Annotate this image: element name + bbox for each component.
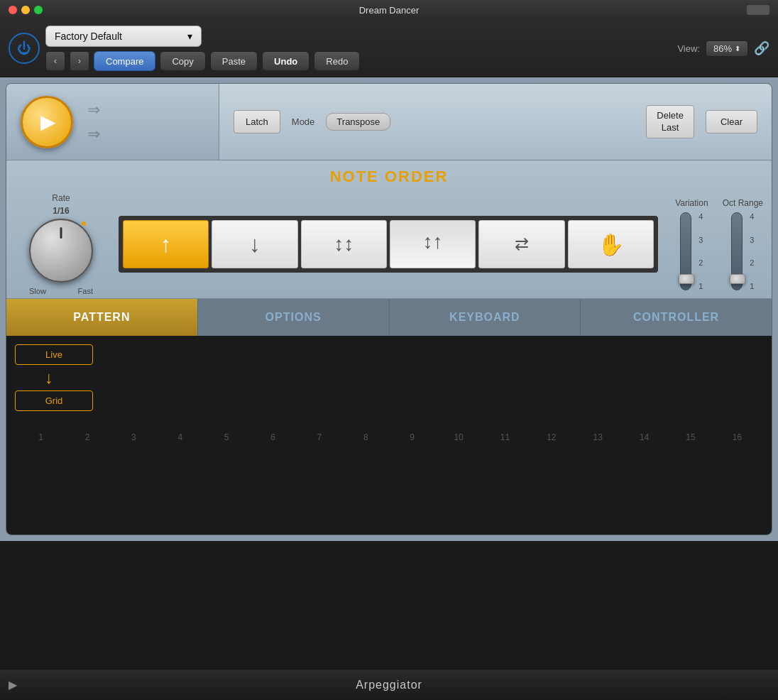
undo-button[interactable]: Undo <box>262 51 309 71</box>
mode-select[interactable]: Transpose <box>326 113 390 131</box>
arrow-down-icon: ↓ <box>15 369 763 386</box>
traffic-lights <box>9 6 43 14</box>
grid-num-3: 3 <box>111 432 157 442</box>
note-btn-random[interactable]: ⇄ <box>478 220 564 268</box>
variation-slider-thumb[interactable] <box>679 274 694 284</box>
grid-num-7: 7 <box>296 432 342 442</box>
oct-range-slider-group: Oct Range 4 3 2 1 <box>723 198 763 290</box>
minimize-button[interactable] <box>21 6 30 14</box>
window-title: Dream Dancer <box>359 5 420 16</box>
oct-range-scale-3: 3 <box>750 236 754 244</box>
oct-range-slider-thumb[interactable] <box>730 274 745 284</box>
rate-value: 1/16 <box>53 206 69 216</box>
toolbar: ⏻ Factory Default ▾ ‹ › Compare Copy Pas… <box>0 20 778 77</box>
note-order-section: NOTE ORDER Rate 1/16 Slow Fast <box>6 160 772 299</box>
route-icon-bottom: ⇒ <box>87 125 100 143</box>
maximize-button[interactable] <box>34 6 43 14</box>
delete-last-button[interactable]: DeleteLast <box>646 105 694 139</box>
bottom-play-icon[interactable]: ▶ <box>9 678 17 691</box>
route-icons: ⇒ ⇒ <box>87 101 100 143</box>
grid-num-8: 8 <box>343 432 389 442</box>
nav-back-button[interactable]: ‹ <box>45 51 65 71</box>
bottom-bar: ▶ Arpeggiator <box>0 669 778 700</box>
slow-fast-labels: Slow Fast <box>29 287 93 295</box>
bottom-title: Arpeggiator <box>356 679 422 691</box>
view-percent[interactable]: 86% ⬍ <box>706 40 748 57</box>
variation-label: Variation <box>675 198 708 208</box>
preset-name: Factory Default <box>55 31 122 42</box>
pattern-controls: Live ↓ Grid <box>15 344 763 411</box>
grid-num-9: 9 <box>389 432 435 442</box>
latch-button[interactable]: Latch <box>234 110 280 133</box>
nav-forward-button[interactable]: › <box>70 51 89 71</box>
sliders-section: Variation 4 3 2 1 <box>675 198 763 290</box>
grid-num-11: 11 <box>482 432 528 442</box>
play-icon: ▶ <box>40 110 56 133</box>
grid-button[interactable]: Grid <box>15 390 93 411</box>
tab-controller[interactable]: CONTROLLER <box>581 299 772 336</box>
redo-button[interactable]: Redo <box>314 51 360 71</box>
note-order-title: NOTE ORDER <box>6 168 772 186</box>
link-icon[interactable]: 🔗 <box>754 40 769 56</box>
variation-slider-wrapper: 4 3 2 1 <box>680 212 703 290</box>
stepper-icon: ⬍ <box>735 45 740 53</box>
variation-scale-4: 4 <box>698 212 703 221</box>
copy-button[interactable]: Copy <box>160 51 205 71</box>
grid-numbers: 1 2 3 4 5 6 7 8 9 10 11 12 13 14 15 16 <box>15 432 763 442</box>
grid-num-14: 14 <box>621 432 667 442</box>
clear-button[interactable]: Clear <box>706 110 757 133</box>
grid-num-15: 15 <box>667 432 713 442</box>
oct-range-slider-track[interactable] <box>731 212 743 290</box>
mode-label: Mode <box>292 116 315 127</box>
fast-label: Fast <box>78 287 93 295</box>
chevron-down-icon: ▾ <box>187 31 192 42</box>
tabs-row: PATTERN OPTIONS KEYBOARD CONTROLLER <box>6 299 772 336</box>
note-order-buttons: ↑ ↓ ↕↕ ↕↓ ⇄ ✋ <box>119 216 658 273</box>
variation-slider-group: Variation 4 3 2 1 <box>675 198 708 290</box>
rate-section: Rate 1/16 Slow Fast <box>15 193 107 295</box>
note-btn-up[interactable]: ↑ <box>123 220 209 268</box>
oct-range-scale: 4 3 2 1 <box>750 212 754 290</box>
power-icon: ⏻ <box>17 41 31 55</box>
tab-keyboard[interactable]: KEYBOARD <box>390 299 581 336</box>
route-icon-top: ⇒ <box>87 101 100 119</box>
play-button[interactable]: ▶ <box>21 96 73 148</box>
title-bar: Dream Dancer <box>0 0 778 20</box>
oct-range-scale-4: 4 <box>750 212 754 221</box>
note-btn-updown[interactable]: ↕↕ <box>301 220 387 268</box>
note-btn-down[interactable]: ↓ <box>212 220 297 268</box>
note-btn-manual[interactable]: ✋ <box>568 220 654 268</box>
grid-num-13: 13 <box>575 432 621 442</box>
preset-dropdown[interactable]: Factory Default ▾ <box>45 26 202 47</box>
grid-num-5: 5 <box>204 432 250 442</box>
close-button[interactable] <box>9 6 17 14</box>
tab-pattern[interactable]: PATTERN <box>6 299 198 336</box>
top-panel: ▶ ⇒ ⇒ Latch Mode Transpose DeleteLast Cl… <box>6 84 772 160</box>
rate-knob[interactable] <box>29 219 93 283</box>
main-container: ▶ ⇒ ⇒ Latch Mode Transpose DeleteLast Cl… <box>0 77 778 541</box>
live-button[interactable]: Live <box>15 344 93 365</box>
oct-range-label: Oct Range <box>723 198 763 208</box>
paste-button[interactable]: Paste <box>210 51 258 71</box>
tab-options[interactable]: OPTIONS <box>198 299 390 336</box>
compare-button[interactable]: Compare <box>94 51 155 71</box>
variation-scale-3: 3 <box>698 236 703 244</box>
pattern-section: Live ↓ Grid 1 2 3 4 5 6 7 8 9 10 11 12 1… <box>6 336 772 535</box>
variation-scale-2: 2 <box>698 258 703 267</box>
grid-num-16: 16 <box>714 432 760 442</box>
grid-num-12: 12 <box>528 432 574 442</box>
view-label: View: <box>677 43 700 54</box>
variation-scale-1: 1 <box>698 282 703 290</box>
oct-range-scale-2: 2 <box>750 258 754 267</box>
window-right-control <box>747 5 769 15</box>
play-section: ▶ ⇒ ⇒ <box>6 84 219 160</box>
rate-label: Rate <box>52 193 70 203</box>
variation-slider-track[interactable] <box>680 212 691 290</box>
power-button[interactable]: ⏻ <box>9 33 40 64</box>
note-btn-downup[interactable]: ↕↓ <box>390 220 476 268</box>
grid-num-2: 2 <box>64 432 110 442</box>
variation-scale: 4 3 2 1 <box>698 212 703 290</box>
toolbar-controls: Factory Default ▾ ‹ › Compare Copy Paste… <box>45 26 672 71</box>
grid-num-4: 4 <box>157 432 203 442</box>
grid-num-6: 6 <box>250 432 296 442</box>
